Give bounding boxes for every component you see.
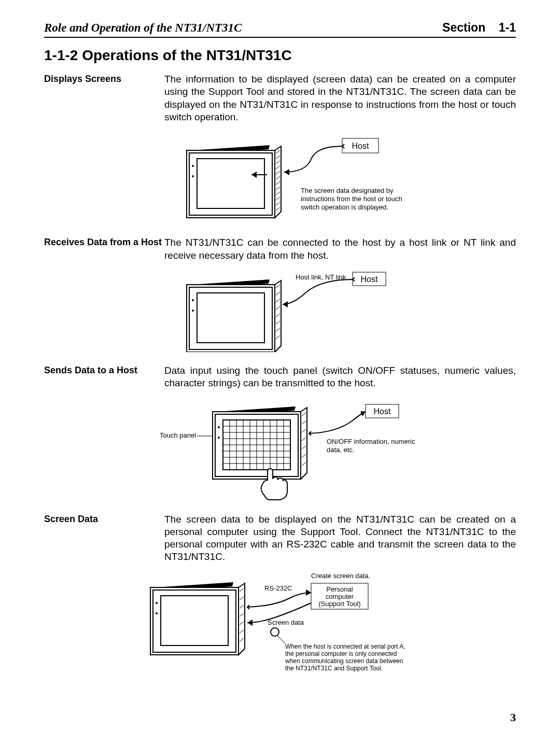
body-text: The information to be displayed (screen … <box>164 73 516 123</box>
svg-point-16 <box>192 175 194 177</box>
svg-point-15 <box>192 165 194 167</box>
section-sends-data: Sends Data to a Host Data input using th… <box>44 364 516 390</box>
page-header: Role and Operation of the NT31/NT31C Sec… <box>44 21 516 38</box>
side-label: Receives Data from a Host <box>44 236 164 262</box>
svg-rect-22 <box>197 293 264 343</box>
section-heading: 1-1-2 Operations of the NT31/NT31C <box>44 47 516 64</box>
diagram-caption: The screen data designated by instructio… <box>301 187 404 211</box>
pc-label-2: computer <box>326 593 354 600</box>
section-displays-screens: Displays Screens The information to be d… <box>44 73 516 123</box>
figure-sends-data: Touch panel <box>44 397 516 501</box>
svg-marker-78 <box>306 589 311 596</box>
section-screen-data: Screen Data The screen data to be displa… <box>44 513 516 564</box>
diagram-caption: When the host is connected at serial por… <box>285 643 407 672</box>
host-label: Host <box>352 142 369 150</box>
svg-point-63 <box>218 437 220 439</box>
header-section-number: 1-1 <box>499 21 516 34</box>
svg-marker-34 <box>283 301 288 307</box>
side-label: Displays Screens <box>44 73 164 123</box>
svg-point-31 <box>192 299 194 301</box>
side-label: Screen Data <box>44 513 164 564</box>
side-label: Sends Data to a Host <box>44 364 164 390</box>
svg-marker-18 <box>284 169 289 175</box>
figure-svg: Touch panel <box>130 397 430 501</box>
figure-screen-data: RS-232C Personal computer (Support Tool)… <box>44 571 516 680</box>
svg-line-82 <box>277 635 285 643</box>
screen-data-arrow-label: Screen data <box>268 619 304 626</box>
header-section-right: Section 1-1 <box>442 21 516 35</box>
section-receives-data: Receives Data from a Host The NT31/NT31C… <box>44 236 516 262</box>
figure-receives-data: Host link, NT link Host <box>44 269 516 352</box>
svg-point-81 <box>271 628 279 636</box>
diagram-caption: ON/OFF information, numeric data, etc. <box>327 438 417 454</box>
figure-svg: RS-232C Personal computer (Support Tool)… <box>119 571 441 680</box>
body-text: Data input using the touch panel (switch… <box>164 364 516 390</box>
header-title-left: Role and Operation of the NT31/NT31C <box>44 21 242 35</box>
host-label: Host <box>361 275 378 284</box>
touch-panel-label: Touch panel <box>160 431 196 439</box>
svg-rect-2 <box>197 159 264 208</box>
header-section-label: Section <box>442 21 485 34</box>
figure-displays-screens: Host The screen data designated by instr… <box>44 131 516 224</box>
svg-rect-68 <box>161 596 228 645</box>
body-text: The screen data to be displayed on the N… <box>164 513 516 564</box>
rs232c-label: RS-232C <box>264 584 292 592</box>
figure-svg: Host link, NT link Host <box>145 269 415 352</box>
page-number: 3 <box>510 711 516 724</box>
body-text: The NT31/NT31C can be connected to the h… <box>164 236 516 262</box>
svg-point-32 <box>192 310 194 312</box>
host-label: Host <box>374 407 391 416</box>
svg-marker-80 <box>247 620 253 626</box>
page: Role and Operation of the NT31/NT31C Sec… <box>0 0 560 744</box>
pc-label-1: Personal <box>326 585 353 593</box>
svg-point-62 <box>218 426 220 428</box>
svg-point-77 <box>156 612 158 614</box>
create-label: Create screen data. <box>311 572 370 580</box>
svg-point-76 <box>156 602 158 604</box>
pc-label-3: (Support Tool) <box>318 600 360 608</box>
figure-svg: Host The screen data designated by instr… <box>145 131 415 224</box>
